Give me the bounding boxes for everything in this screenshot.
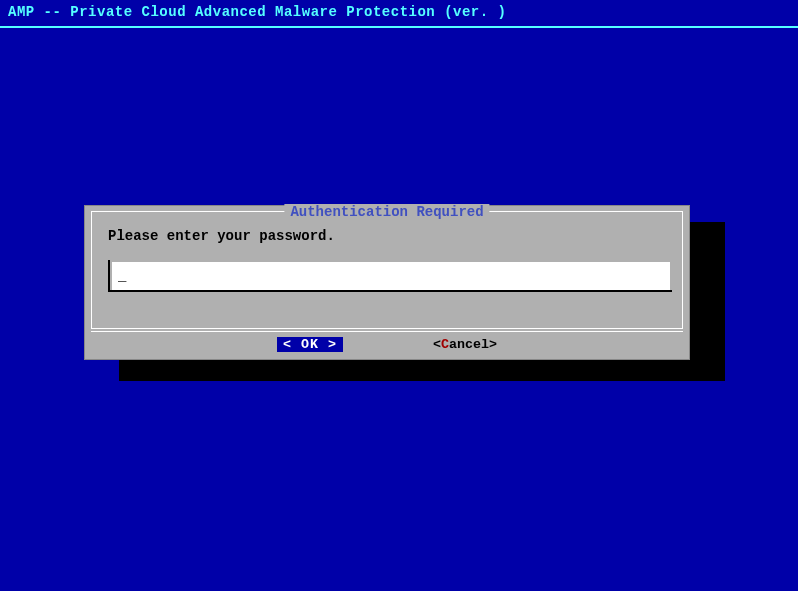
app-header: AMP -- Private Cloud Advanced Malware Pr… [0,0,798,24]
app-title: AMP -- Private Cloud Advanced Malware Pr… [8,4,506,20]
dialog-prompt: Please enter your password. [108,228,335,244]
dialog-title: Authentication Required [284,204,489,220]
dialog-border: Authentication Required Please enter you… [91,211,683,329]
text-cursor: _ [118,268,126,284]
cancel-button[interactable]: <Cancel> [433,337,497,352]
dialog-buttons: < OK > <Cancel> [85,337,689,352]
button-divider [91,331,683,332]
header-divider [0,26,798,28]
password-input[interactable]: _ [112,262,670,290]
ok-button[interactable]: < OK > [277,337,343,352]
authentication-dialog: Authentication Required Please enter you… [84,205,690,360]
